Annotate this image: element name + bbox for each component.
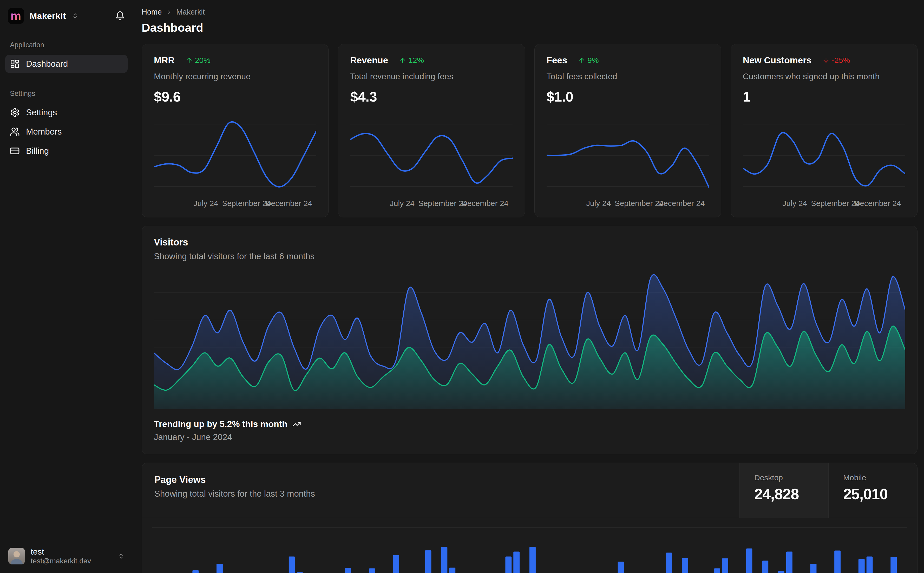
stat-title: Fees (547, 55, 567, 66)
visitors-card: Visitors Showing total visitors for the … (142, 226, 918, 454)
sidebar-item-settings[interactable]: Settings (5, 103, 128, 122)
arrow-up-icon (578, 56, 585, 64)
users-icon (10, 127, 20, 137)
fees-sparkline-chart (547, 116, 709, 194)
page-views-header: Page Views Showing total visitors for th… (142, 463, 917, 518)
trend-badge: 9% (578, 56, 599, 65)
page-title: Dashboard (142, 21, 918, 34)
page-views-title: Page Views (154, 474, 727, 485)
stat-value: $9.6 (154, 89, 316, 105)
credit-card-icon (10, 146, 20, 156)
app-root: m Makerkit Application Dashboard Setting… (0, 0, 924, 573)
gear-icon (10, 108, 20, 117)
stat-card-new-customers: New Customers -25% Customers who signed … (731, 44, 918, 218)
stat-cards-row: MRR 20% Monthly recurring revenue $9.6 J… (142, 44, 918, 218)
dashboard-icon (10, 59, 20, 69)
trending-up-icon (292, 420, 301, 429)
avatar (8, 548, 25, 564)
revenue-sparkline-chart (350, 116, 513, 194)
sidebar-item-label: Settings (26, 108, 57, 117)
mrr-sparkline-chart (154, 116, 316, 194)
toggle-value: 25,010 (843, 485, 917, 503)
arrow-up-icon (399, 56, 406, 64)
toggle-value: 24,828 (754, 485, 828, 503)
user-email: test@makerkit.dev (31, 557, 91, 565)
sidebar: m Makerkit Application Dashboard Setting… (0, 0, 133, 573)
visitors-subtitle: Showing total visitors for the last 6 mo… (154, 251, 905, 261)
visitors-title: Visitors (154, 237, 905, 248)
sidebar-item-label: Billing (26, 146, 49, 156)
chevron-right-icon (166, 9, 172, 15)
nav-list-settings: Settings Members Billing (5, 103, 128, 160)
makerkit-logo: m (8, 8, 24, 24)
stat-value: 1 (743, 89, 905, 105)
stat-card-revenue: Revenue 12% Total revenue including fees… (338, 44, 525, 218)
trend-badge: -25% (822, 56, 850, 65)
new-customers-sparkline-chart (743, 116, 905, 194)
sidebar-item-dashboard[interactable]: Dashboard (5, 55, 128, 73)
stat-title: New Customers (743, 55, 812, 66)
workspace-selector[interactable]: m Makerkit (5, 0, 128, 24)
nav-list-application: Dashboard (5, 55, 128, 73)
sidebar-item-label: Members (26, 127, 62, 137)
toggle-desktop[interactable]: Desktop 24,828 (739, 463, 828, 518)
sidebar-item-billing[interactable]: Billing (5, 142, 128, 160)
bell-icon[interactable] (115, 11, 125, 21)
page-views-bar-chart (152, 518, 907, 573)
chevrons-up-down-icon (72, 13, 78, 19)
x-axis-labels: July 24September 24December 24 (154, 197, 316, 209)
page-views-subtitle: Showing total visitors for the last 3 mo… (154, 489, 727, 499)
x-axis-labels: July 24September 24December 24 (547, 197, 709, 209)
sidebar-section-settings: Settings (10, 89, 123, 98)
stat-description: Total fees collected (547, 72, 709, 81)
workspace-name: Makerkit (30, 11, 66, 21)
sidebar-item-label: Dashboard (26, 59, 68, 69)
sidebar-section-application: Application (10, 41, 123, 49)
trend-badge: 20% (185, 56, 210, 65)
stat-card-mrr: MRR 20% Monthly recurring revenue $9.6 J… (142, 44, 328, 218)
stat-card-fees: Fees 9% Total fees collected $1.0 July 2… (534, 44, 721, 218)
toggle-mobile[interactable]: Mobile 25,010 (828, 463, 917, 518)
visitors-date-range: January - June 2024 (154, 432, 905, 442)
stat-title: MRR (154, 55, 175, 66)
x-axis-labels: July 24September 24December 24 (743, 197, 905, 209)
stat-value: $1.0 (547, 89, 709, 105)
toggle-label: Desktop (754, 473, 828, 482)
toggle-label: Mobile (843, 473, 917, 482)
page-views-card: Page Views Showing total visitors for th… (142, 463, 918, 573)
stat-description: Customers who signed up this month (743, 72, 905, 81)
user-name: test (31, 548, 91, 556)
arrow-down-icon (822, 56, 830, 64)
chevrons-up-down-icon (118, 553, 124, 559)
visitors-footer: Trending up by 5.2% this month (154, 419, 905, 429)
user-info: test test@makerkit.dev (31, 548, 91, 565)
breadcrumb-home-link[interactable]: Home (142, 8, 162, 16)
stat-description: Total revenue including fees (350, 72, 513, 81)
breadcrumb-current: Makerkit (176, 8, 205, 16)
sidebar-item-members[interactable]: Members (5, 123, 128, 141)
user-menu[interactable]: test test@makerkit.dev (5, 541, 128, 573)
x-axis-labels: July 24September 24December 24 (350, 197, 513, 209)
stat-description: Monthly recurring revenue (154, 72, 316, 81)
stat-value: $4.3 (350, 89, 513, 105)
breadcrumb: Home Makerkit (142, 8, 918, 16)
main-content: Home Makerkit Dashboard MRR 20% Monthly … (133, 0, 924, 573)
stat-title: Revenue (350, 55, 388, 66)
arrow-up-icon (185, 56, 193, 64)
visitors-area-chart (154, 270, 905, 409)
trend-badge: 12% (399, 56, 424, 65)
